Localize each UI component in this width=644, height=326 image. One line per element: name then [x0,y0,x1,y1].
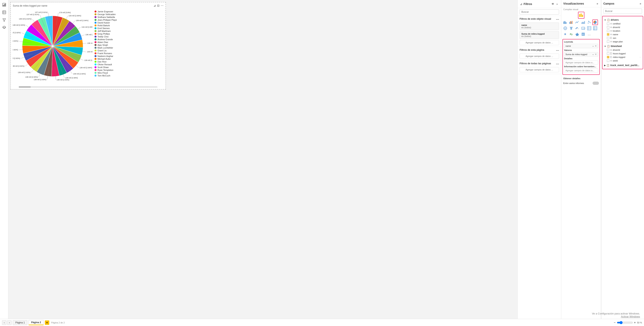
filter-item-miles[interactable]: Suma de miles-logged es (todos) [520,31,559,39]
field-checkbox-name[interactable]: ✓ [607,33,609,36]
field-item-ssn[interactable]: Σssn [602,36,643,40]
viz-values-chevron[interactable]: ⌄ [592,53,594,56]
field-checkbox-location[interactable] [607,30,609,32]
zoom-in-btn[interactable]: + [634,321,636,325]
viz-legend-chevron[interactable]: ⌄ [592,45,594,47]
layers-icon[interactable] [1,24,8,31]
filter-sidebar-icon[interactable] [1,17,8,23]
viz-scatter[interactable] [586,19,592,25]
viz-pie-icon[interactable] [592,19,598,25]
fields-expand-btn[interactable]: » [639,1,642,5]
viz-details-add[interactable]: Agregar campos de datos a... [564,60,598,64]
filters-search-input[interactable] [520,9,559,14]
chart-focus-icon[interactable]: ⊡ [157,4,160,7]
viz-r-icon[interactable]: R [562,31,568,37]
filter-section-page-more[interactable]: ⋯ [556,49,559,52]
field-checkbox-hours-logged[interactable] [607,52,609,55]
viz-area[interactable] [580,19,586,25]
legend-item: Scott Shaw [94,66,164,68]
legend-dot [94,63,96,65]
viz-line[interactable] [574,19,580,25]
chart-filter-icon[interactable]: ⊿ [154,4,156,7]
viz-tooltip-add[interactable]: Agregar campos de datos a... [564,68,598,72]
field-group-arrow: ▶ [604,64,606,66]
filter-add-page[interactable]: Agregar campos de datos ... [520,53,559,59]
filter-item-name[interactable]: name es (todos) [520,22,559,30]
filter-section-all-more[interactable]: ⋯ [556,62,559,66]
viz-values-remove[interactable]: ✕ [595,53,597,56]
field-item-wage-plan[interactable]: ≡wage-plan [602,40,643,43]
svg-point-71 [590,22,590,23]
viz-legend-remove[interactable]: ✕ [595,45,597,47]
field-more-btn[interactable]: ⋯ [639,56,641,58]
viz-gauge[interactable] [574,25,580,31]
filter-add-visual[interactable]: Agregar campos de datos ... [520,40,559,45]
viz-ai2[interactable]: AI [580,31,586,37]
viz-stacked-bar[interactable] [562,19,568,25]
filters-expand-btn[interactable]: » [556,2,559,6]
legend-dot [94,38,96,40]
svg-text:139 mil (2.95%): 139 mil (2.95%) [87,51,92,53]
field-item-miles-logged[interactable]: ✓Σmiles-logged⋯ [602,55,643,59]
fields-search-input[interactable] [603,8,642,14]
viz-toggle[interactable] [592,82,599,85]
viz-legend-field[interactable]: name ⌄ ✕ [564,44,598,48]
field-checkbox-driverId[interactable] [607,49,609,51]
viz-map[interactable] [562,25,568,31]
field-item-hours-logged[interactable]: Σhours-logged [602,52,643,55]
viz-card[interactable]: 123 [580,25,586,31]
field-item-week[interactable]: ≡week [602,59,643,62]
viz-python-icon[interactable]: Py [568,31,574,37]
viz-matrix-icon[interactable] [592,25,598,31]
field-group-table-icon: 📋 [606,64,610,67]
filter-add-all[interactable]: Agregar campos de datos ... [520,67,559,72]
bottom-bar: ‹ › Página 1 Página 2 + Página 2 de 2 − … [0,319,644,326]
field-checkbox-week[interactable] [607,59,609,62]
table-icon[interactable] [1,9,8,15]
legend-dot [94,30,96,32]
field-group-header-truck_event_text_partiti...[interactable]: ▶ 📋 truck_event_text_partiti... [602,63,643,67]
field-icon-wage-plan: ≡ [610,40,612,43]
legend-dot [94,47,96,49]
legend-dot [94,10,96,12]
viz-table-icon[interactable] [586,25,592,31]
legend-item: Ajay Singh [94,44,164,46]
svg-marker-9 [2,26,6,28]
field-item-location[interactable]: ≡location [602,29,643,33]
filter-section-more[interactable]: ⋯ [556,17,559,21]
field-group-header-drivers[interactable]: ▼ 📋 drivers [602,18,643,22]
next-page-btn[interactable]: › [7,321,12,325]
filters-eye-icon[interactable]: 👁 [552,2,554,5]
field-item-name[interactable]: ✓≡name [602,33,643,36]
prev-page-btn[interactable]: ‹ [2,321,6,325]
field-checkbox-driverId[interactable] [607,26,609,28]
field-item-driverId[interactable]: ≡driverId [602,48,643,52]
field-group-header-timesheet[interactable]: ▼ 📋 timesheet [602,44,643,48]
viz-expand-btn[interactable]: » [596,1,599,5]
field-name-wage-plan: wage-plan [613,40,623,43]
legend-item: Michael Aube [94,58,164,60]
viz-ai1[interactable] [574,31,580,37]
viz-more[interactable]: … [586,31,592,37]
field-item-driverId[interactable]: ≡driverId [602,25,643,29]
viz-icon-active[interactable] [578,12,584,19]
chart-more-icon[interactable]: ⋯ [161,4,164,7]
field-group-arrow: ▼ [604,19,606,21]
page-tab-2[interactable]: Página 2 [28,320,44,325]
svg-rect-67 [572,21,572,24]
zoom-out-btn[interactable]: − [614,321,616,325]
zoom-slider[interactable] [617,321,633,324]
field-checkbox-ssn[interactable] [607,37,609,39]
viz-clustered-bar[interactable] [568,19,574,25]
viz-values-field[interactable]: Suma de miles-logged ⌄ ✕ [564,52,598,56]
chart-scrollbar[interactable] [19,86,158,88]
field-checkbox-miles-logged[interactable]: ✓ [607,56,609,58]
field-checkbox-certified[interactable] [607,22,609,25]
field-item-certified[interactable]: ≡certified [602,22,643,25]
legend-label: Scott Shaw [98,66,109,68]
add-page-btn[interactable]: + [45,321,49,325]
page-tab-1[interactable]: Página 1 [13,320,27,325]
report-icon[interactable] [1,1,8,8]
field-checkbox-wage-plan[interactable] [607,40,609,43]
viz-funnel[interactable] [568,25,574,31]
